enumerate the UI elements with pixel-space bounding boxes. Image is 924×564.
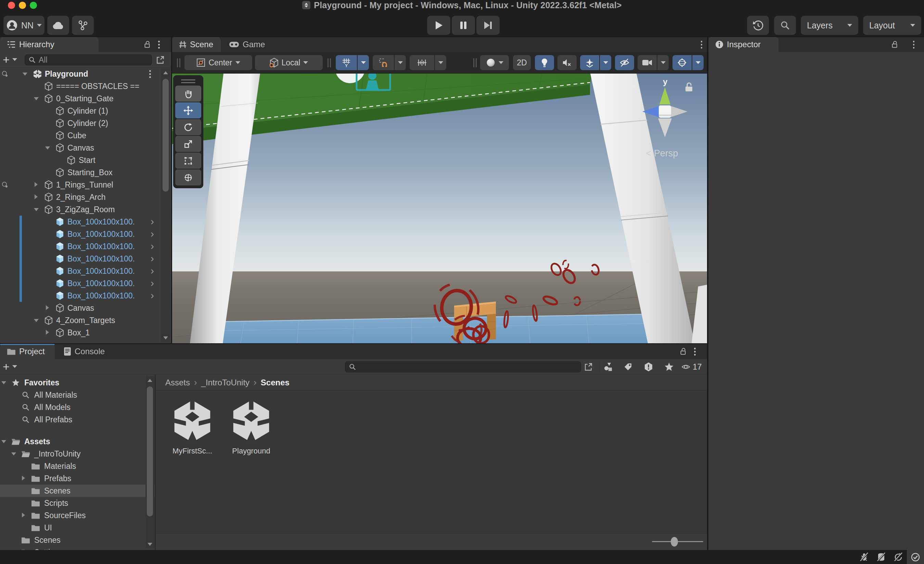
expander-closed-icon[interactable] <box>22 513 25 518</box>
tab-inspector[interactable]: Inspector <box>708 37 778 52</box>
project-tree-item-settings[interactable]: Settings <box>0 546 154 550</box>
expander-open-icon[interactable] <box>45 147 50 150</box>
layers-dropdown[interactable]: Layers <box>801 16 858 35</box>
hierarchy-item-starting-box[interactable]: Starting_Box <box>0 166 161 178</box>
pause-button[interactable] <box>452 16 475 35</box>
palette-drag-handle[interactable] <box>175 77 201 85</box>
transform-tool[interactable] <box>175 170 201 186</box>
project-tree-item-favorites[interactable]: Favorites <box>0 376 154 389</box>
project-tree-item-scenes[interactable]: Scenes <box>0 484 154 497</box>
rotate-tool[interactable] <box>175 119 201 135</box>
open-new-window-icon[interactable] <box>156 56 165 64</box>
hierarchy-item-canvas[interactable]: Canvas <box>0 142 161 154</box>
lock-icon[interactable] <box>891 40 898 49</box>
tab-console[interactable]: Console <box>59 344 110 359</box>
project-tree-item-introtounity[interactable]: _IntroToUnity <box>0 448 154 460</box>
scene-visibility-toggle[interactable] <box>615 55 634 70</box>
project-tree-item-materials[interactable]: Materials <box>0 460 154 472</box>
snap-toggle[interactable] <box>373 55 394 70</box>
scene-effects-toggle[interactable] <box>580 55 599 70</box>
expander-open-icon[interactable] <box>34 208 39 211</box>
gizmos-options-dropdown[interactable] <box>692 55 704 70</box>
tab-scene[interactable]: Scene <box>172 37 221 52</box>
hierarchy-item-box-100x100x100[interactable]: Box_100x100x100.› <box>0 265 161 277</box>
tool-handle-rotation-dropdown[interactable]: Local <box>255 55 323 70</box>
project-tree-item-all-models[interactable]: All Models <box>0 401 154 413</box>
project-tree-item-ui[interactable]: UI <box>0 522 154 534</box>
orientation-gizmo[interactable]: y z <box>635 77 696 146</box>
lock-icon[interactable] <box>680 347 687 356</box>
grid-options-dropdown[interactable] <box>358 55 369 70</box>
project-tree-item-sourcefiles[interactable]: SourceFiles <box>0 509 154 522</box>
prefab-chevron-icon[interactable]: › <box>151 253 154 264</box>
open-new-window-icon[interactable] <box>584 362 593 371</box>
cache-server-disconnected-icon[interactable] <box>873 550 890 564</box>
pickability-icon[interactable] <box>2 181 8 190</box>
prefab-chevron-icon[interactable]: › <box>151 277 154 289</box>
scene-viewport[interactable]: y z < Persp <box>172 74 707 343</box>
project-tree-item-prefabs[interactable]: Prefabs <box>0 472 154 484</box>
hierarchy-item-playground[interactable]: Playground <box>0 68 161 80</box>
expander-closed-icon[interactable] <box>34 194 38 199</box>
gizmo-lock-icon[interactable] <box>686 83 692 92</box>
shading-mode-dropdown[interactable] <box>480 55 509 70</box>
cloud-services-button[interactable] <box>47 16 69 35</box>
expander-closed-icon[interactable] <box>46 305 49 310</box>
rect-tool[interactable] <box>175 153 201 169</box>
increment-options-dropdown[interactable] <box>435 55 446 70</box>
scene-menu-button[interactable] <box>701 41 703 49</box>
expander-open-icon[interactable] <box>34 97 39 100</box>
prefab-chevron-icon[interactable]: › <box>151 228 154 240</box>
prefab-chevron-icon[interactable]: › <box>151 216 154 227</box>
hidden-count-indicator[interactable]: 17 <box>681 362 702 372</box>
expander-open-icon[interactable] <box>11 452 16 456</box>
scrollbar-thumb[interactable] <box>162 79 169 192</box>
breadcrumb-introtounity[interactable]: _IntroToUnity <box>201 378 249 387</box>
zoom-slider-knob[interactable] <box>671 537 678 546</box>
version-control-button[interactable] <box>72 16 94 35</box>
expander-open-icon[interactable] <box>34 319 39 322</box>
hierarchy-item-box-100x100x100[interactable]: Box_100x100x100.› <box>0 290 161 302</box>
hierarchy-item-1-rings-tunnel[interactable]: 1_Rings_Tunnel <box>0 178 161 191</box>
expander-open-icon[interactable] <box>2 381 6 384</box>
project-tree-item-assets[interactable]: Assets <box>0 435 154 448</box>
down-axis-cone[interactable] <box>658 118 672 137</box>
hierarchy-menu-button[interactable] <box>158 41 160 49</box>
2d-mode-toggle[interactable]: 2D <box>513 55 531 70</box>
hierarchy-item-box-1[interactable]: Box_1 <box>0 327 161 339</box>
project-menu-button[interactable] <box>694 348 696 356</box>
prefab-chevron-icon[interactable]: › <box>151 265 154 276</box>
grid-visibility-toggle[interactable]: Y <box>336 55 357 70</box>
asset-myfirstsc[interactable]: MyFirstSc... <box>166 400 218 456</box>
project-tree-item-scripts[interactable]: Scripts <box>0 497 154 509</box>
effects-options-dropdown[interactable] <box>600 55 611 70</box>
hidden-packages-button[interactable] <box>640 362 656 372</box>
scene-options-button[interactable] <box>149 70 151 78</box>
snap-options-dropdown[interactable] <box>394 55 406 70</box>
z-axis-cone[interactable] <box>642 106 659 117</box>
scrollbar-thumb[interactable] <box>147 386 153 516</box>
progress-status-icon[interactable] <box>907 550 924 564</box>
view-hand-tool[interactable] <box>175 86 201 102</box>
y-axis-cone[interactable] <box>660 87 670 104</box>
expander-open-icon[interactable] <box>22 72 27 76</box>
hierarchy-item-0-starting-gate[interactable]: 0_Starting_Gate <box>0 92 161 105</box>
tool-handle-position-dropdown[interactable]: Center <box>184 55 252 70</box>
tab-project[interactable]: Project <box>0 344 55 359</box>
scene-lighting-toggle[interactable] <box>535 55 554 70</box>
hierarchy-item-canvas[interactable]: Canvas <box>0 302 161 314</box>
hierarchy-item-box-100x100x100[interactable]: Box_100x100x100.› <box>0 216 161 228</box>
hierarchy-item-cube[interactable]: Cube <box>0 129 161 142</box>
lock-icon[interactable] <box>144 40 151 49</box>
hierarchy-item-box-100x100x100[interactable]: Box_100x100x100.› <box>0 240 161 253</box>
project-tree-scrollbar[interactable] <box>146 376 154 549</box>
breadcrumb-assets[interactable]: Assets <box>165 378 190 387</box>
camera-options-dropdown[interactable] <box>657 55 669 70</box>
project-tree-item-all-prefabs[interactable]: All Prefabs <box>0 413 154 426</box>
perspective-label[interactable]: < Persp <box>646 148 678 159</box>
hierarchy-item-start[interactable]: Start <box>0 154 161 166</box>
hierarchy-item-box-100x100x100[interactable]: Box_100x100x100.› <box>0 253 161 265</box>
move-tool[interactable] <box>175 102 201 118</box>
pickability-icon[interactable] <box>2 70 8 80</box>
prefab-chevron-icon[interactable]: › <box>151 240 154 252</box>
